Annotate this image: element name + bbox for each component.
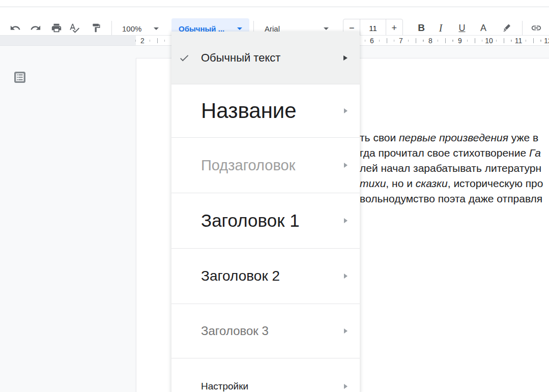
ruler-number: 12	[544, 37, 549, 45]
paint-format-icon	[91, 23, 101, 33]
submenu-arrow-icon	[343, 55, 348, 61]
check-placeholder	[178, 270, 190, 282]
style-menu-item-label: Заголовок 2	[201, 268, 344, 284]
undo-icon	[10, 22, 21, 34]
submenu-arrow-icon	[344, 384, 348, 389]
document-text-line: вольнодумство поэта даже отправля	[360, 191, 549, 206]
ruler-tick	[482, 40, 482, 42]
ruler-tick	[467, 40, 468, 42]
ruler-tick	[379, 40, 380, 42]
bold-button[interactable]: B	[414, 21, 429, 35]
ruler-tick	[416, 38, 416, 43]
chevron-down-icon	[237, 27, 242, 30]
ruler-number: 7	[399, 37, 403, 45]
style-menu-item-label: Подзаголовок	[201, 157, 344, 174]
ruler-tick	[496, 40, 497, 42]
show-outline-button[interactable]	[13, 70, 27, 84]
undo-button[interactable]	[8, 21, 22, 35]
font-size-input[interactable]: 11	[360, 19, 385, 37]
ruler-tick	[533, 38, 534, 43]
submenu-arrow-icon	[344, 218, 348, 223]
ruler-tick	[365, 40, 365, 42]
chevron-down-icon	[154, 27, 159, 30]
ruler-tick	[526, 40, 526, 42]
document-text-line: лей начал зарабатывать литературн	[360, 161, 549, 176]
submenu-arrow-icon	[344, 328, 348, 334]
document-text-line: гда прочитал свое стихотворение Гa	[360, 145, 549, 161]
zoom-value: 100%	[122, 24, 141, 33]
style-menu-item-title[interactable]: Название	[171, 84, 360, 138]
google-docs-window: 100% Обычный ... Arial − 11 + B I U A	[0, 0, 549, 392]
ruler-tick	[150, 40, 150, 42]
ruler-tick	[135, 40, 136, 42]
italic-button[interactable]: I	[433, 21, 448, 35]
style-menu-item-options[interactable]: Настройки	[171, 358, 360, 392]
redo-icon	[30, 22, 41, 34]
spellcheck-icon	[69, 22, 80, 34]
underline-button[interactable]: U	[454, 21, 470, 35]
submenu-arrow-icon	[344, 108, 348, 113]
style-menu-item-heading-2[interactable]: Заголовок 2	[171, 249, 360, 304]
style-menu-item-normal-text[interactable]: Обычный текст	[171, 32, 360, 84]
print-button[interactable]	[49, 21, 64, 35]
check-placeholder	[178, 105, 190, 117]
ruler-tick	[387, 38, 387, 43]
ruler-number: 10	[485, 37, 493, 45]
ruler-tick	[157, 38, 158, 43]
check-icon	[178, 52, 190, 64]
style-menu-item-label: Заголовок 3	[201, 324, 344, 338]
style-menu-item-heading-1[interactable]: Заголовок 1	[171, 193, 360, 249]
top-strip	[0, 0, 549, 7]
toolbar-separator	[111, 21, 112, 35]
toolbar-separator	[522, 21, 523, 35]
document-text[interactable]: ть свои первые произведения уже вгда про…	[360, 130, 549, 206]
ruler-tick	[504, 38, 504, 43]
increase-font-size-button[interactable]: +	[386, 19, 402, 37]
ruler-tick	[394, 40, 394, 42]
check-placeholder	[178, 159, 190, 171]
document-text-line: тихи, но и сказки, историческую про	[360, 176, 549, 191]
ruler-tick	[423, 40, 424, 42]
ruler-number: 11	[515, 37, 523, 45]
print-icon	[51, 22, 62, 34]
style-menu-item-label: Заголовок 1	[201, 210, 344, 231]
ruler-tick	[511, 40, 512, 42]
submenu-arrow-icon	[344, 163, 348, 168]
ruler-tick	[453, 40, 453, 42]
ruler-number: 6	[370, 37, 374, 45]
paint-format-button[interactable]	[89, 21, 103, 35]
ruler-number: 8	[428, 37, 432, 45]
ruler-tick	[541, 40, 541, 42]
document-outline-icon	[13, 77, 27, 86]
toolbar: 100% Обычный ... Arial − 11 + B I U A	[0, 7, 549, 35]
ruler-number: 9	[458, 37, 462, 45]
highlight-color-button[interactable]	[500, 21, 514, 35]
text-color-button[interactable]: A	[476, 21, 491, 35]
style-menu-item-subtitle[interactable]: Подзаголовок	[171, 138, 360, 193]
spelling-check-button[interactable]	[67, 21, 81, 35]
link-icon	[531, 22, 542, 34]
check-placeholder	[178, 325, 190, 337]
check-placeholder	[178, 380, 190, 392]
chevron-down-icon	[324, 27, 329, 30]
ruler-tick	[445, 38, 446, 43]
ruler-tick	[438, 40, 438, 42]
ruler-tick	[164, 40, 165, 42]
ruler-margin-area	[0, 36, 136, 45]
highlighter-icon	[502, 23, 512, 33]
ruler-tick	[408, 40, 409, 42]
insert-link-button[interactable]	[529, 21, 543, 35]
ruler-tick	[475, 38, 475, 43]
document-text-line: ть свои первые произведения уже в	[360, 130, 549, 145]
ruler-number: 2	[140, 37, 145, 45]
style-menu-item-heading-3[interactable]: Заголовок 3	[171, 304, 360, 358]
redo-button[interactable]	[28, 21, 43, 35]
style-menu-item-label: Настройки	[201, 381, 344, 392]
style-menu-item-label: Обычный текст	[201, 51, 343, 65]
submenu-arrow-icon	[344, 274, 348, 279]
style-menu-item-label: Название	[201, 99, 344, 123]
check-placeholder	[178, 215, 190, 227]
style-menu: Обычный текстНазваниеПодзаголовокЗаголов…	[171, 32, 360, 392]
